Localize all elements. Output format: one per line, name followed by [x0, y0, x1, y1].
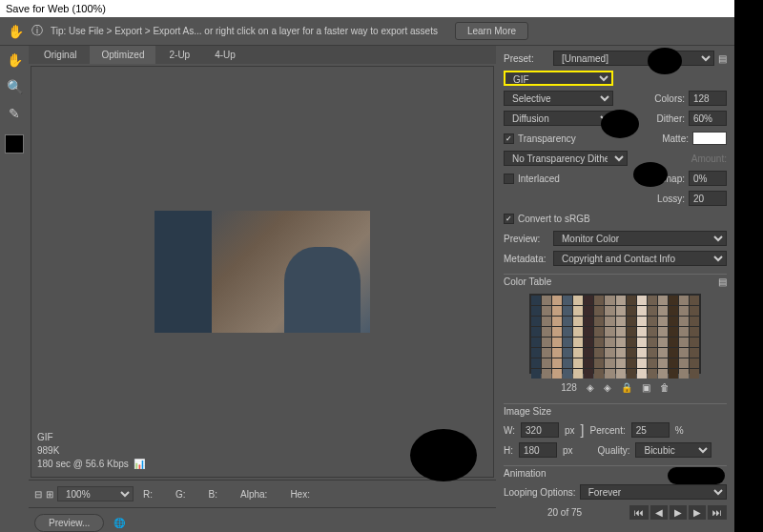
tip-text: Tip: Use File > Export > Export As... or…	[51, 26, 438, 36]
plus-icon[interactable]: ⊞	[46, 489, 53, 500]
preview-meta: GIF 989K 180 sec @ 56.6 Kbps 📊	[37, 431, 145, 471]
trans-dither-select[interactable]: No Transparency Dither	[504, 151, 628, 166]
color-table-section: Color Table▤	[504, 274, 727, 289]
ct-icon[interactable]: ◈	[587, 382, 594, 393]
srgb-label: Convert to sRGB	[518, 214, 590, 224]
lossy-input[interactable]	[689, 191, 727, 206]
quality-label: Quality:	[598, 445, 630, 456]
info-icon: ⓘ	[31, 23, 43, 39]
tab-2up[interactable]: 2-Up	[157, 46, 201, 64]
hand-icon: ✋	[8, 24, 24, 39]
info-g: G:	[175, 489, 186, 500]
ct-icon[interactable]: ▣	[642, 382, 650, 393]
dither-input[interactable]	[689, 111, 727, 126]
loop-select[interactable]: Forever	[580, 484, 727, 500]
matte-label: Matte:	[662, 133, 689, 144]
reduction-select[interactable]: Selective	[504, 91, 613, 106]
px-label: px	[565, 425, 575, 436]
meta-size: 989K	[37, 444, 145, 458]
lossy-label: Lossy:	[657, 194, 685, 204]
frame-count: 20 of 75	[504, 507, 626, 518]
zoom-tool-icon[interactable]: 🔍	[5, 77, 24, 96]
percent-input[interactable]	[631, 422, 670, 438]
interlaced-checkbox[interactable]	[504, 174, 514, 184]
preview-button[interactable]: Preview...	[34, 514, 104, 532]
image-size-section: Image Size	[504, 403, 727, 419]
dither-label: Dither:	[657, 113, 685, 124]
metadata-select[interactable]: Copyright and Contact Info	[553, 251, 727, 266]
colors-input[interactable]	[689, 91, 727, 106]
window-title: Save for Web (100%)	[0, 0, 734, 17]
tab-4up[interactable]: 4-Up	[203, 46, 247, 64]
info-hex: Hex:	[290, 489, 310, 500]
tab-original[interactable]: Original	[32, 46, 88, 64]
preset-select[interactable]: [Unnamed]	[553, 51, 714, 66]
ct-icon[interactable]: ◈	[604, 382, 611, 393]
minus-icon[interactable]: ⊟	[34, 489, 42, 500]
menu-icon[interactable]: ▤	[718, 53, 727, 64]
browser-icon[interactable]: 🌐	[113, 518, 125, 528]
metadata-label: Metadata:	[504, 254, 549, 264]
meta-time: 180 sec @ 56.6 Kbps	[37, 459, 129, 469]
srgb-checkbox[interactable]	[504, 214, 514, 224]
eyedropper-tool-icon[interactable]: ✎	[5, 104, 24, 123]
color-table[interactable]	[529, 294, 701, 374]
first-frame-icon[interactable]: ⏮	[629, 505, 649, 520]
transparency-label: Transparency	[518, 133, 576, 144]
ct-icon[interactable]: 🔒	[621, 382, 632, 393]
view-tabs: Original Optimized 2-Up 4-Up	[29, 46, 496, 64]
percent-label: Percent:	[590, 425, 626, 436]
learn-more-button[interactable]: Learn More	[455, 22, 528, 40]
meta-format: GIF	[37, 431, 145, 444]
left-toolbar: ✋ 🔍 ✎	[0, 46, 29, 532]
play-icon[interactable]: ▶	[670, 505, 687, 520]
trash-icon[interactable]: 🗑	[660, 382, 670, 393]
format-select[interactable]: GIF	[504, 71, 613, 86]
tip-bar: ✋ ⓘ Tip: Use File > Export > Export As..…	[0, 17, 734, 46]
interlaced-label: Interlaced	[518, 174, 560, 184]
tab-optimized[interactable]: Optimized	[90, 46, 155, 64]
websnap-input[interactable]	[689, 171, 727, 186]
bottom-bar: ⊟ ⊞ 100% R: G: B: Alpha: Hex:	[29, 480, 496, 507]
loop-label: Looping Options:	[504, 487, 576, 498]
preview-select[interactable]: Monitor Color	[553, 231, 727, 246]
color-swatch[interactable]	[5, 134, 24, 153]
next-frame-icon[interactable]: ▶	[689, 505, 706, 520]
width-input[interactable]	[521, 422, 559, 438]
w-label: W:	[504, 425, 515, 436]
dither-method-select[interactable]: Diffusion	[504, 111, 613, 126]
preset-label: Preset:	[504, 53, 549, 64]
matte-swatch[interactable]	[692, 132, 727, 145]
info-r: R:	[143, 489, 153, 500]
color-count: 128	[561, 382, 577, 393]
colors-label: Colors:	[654, 93, 685, 104]
px-label: px	[563, 445, 573, 456]
pct-label: %	[675, 425, 684, 436]
zoom-select[interactable]: 100%	[57, 486, 134, 501]
menu-icon[interactable]: ▤	[718, 276, 727, 287]
link-icon[interactable]: ]	[581, 422, 585, 438]
preview-canvas[interactable]: GIF 989K 180 sec @ 56.6 Kbps 📊	[31, 66, 494, 478]
prev-frame-icon[interactable]: ◀	[650, 505, 668, 520]
hand-tool-icon[interactable]: ✋	[5, 51, 24, 70]
h-label: H:	[504, 445, 513, 456]
info-alpha: Alpha:	[240, 489, 267, 500]
transparency-checkbox[interactable]	[504, 133, 514, 144]
height-input[interactable]	[519, 442, 557, 458]
amount-label: Amount:	[691, 153, 727, 164]
preview-image	[155, 211, 370, 333]
quality-select[interactable]: Bicubic	[635, 442, 711, 458]
info-b: B:	[209, 489, 217, 500]
pixel-info: R: G: B: Alpha: Hex:	[143, 489, 310, 500]
preview-label: Preview:	[504, 234, 549, 244]
last-frame-icon[interactable]: ⏭	[708, 505, 727, 520]
